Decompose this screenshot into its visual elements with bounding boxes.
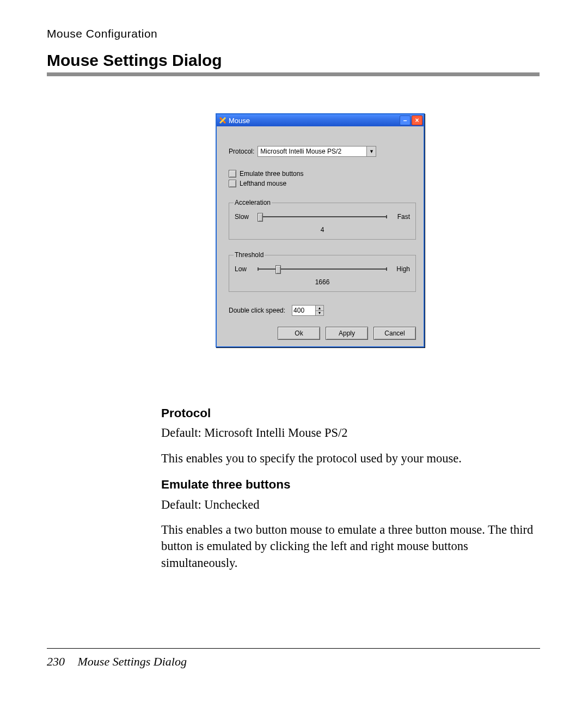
footer-rule	[47, 648, 540, 649]
cancel-button[interactable]: Cancel	[373, 327, 416, 340]
spin-up-icon[interactable]: ▲	[316, 306, 323, 311]
threshold-slider[interactable]	[258, 265, 387, 273]
apply-button[interactable]: Apply	[326, 327, 368, 340]
thresh-value: 1666	[235, 278, 410, 286]
dcs-input[interactable]	[292, 306, 315, 315]
chevron-down-icon[interactable]: ▼	[366, 147, 376, 156]
dcs-label: Double click speed:	[229, 307, 285, 314]
lefthand-row: Lefthand mouse	[229, 180, 416, 187]
dcs-spinner[interactable]: ▲ ▼	[292, 305, 324, 316]
acceleration-slider[interactable]	[258, 213, 387, 221]
acceleration-slider-row: Slow Fast	[235, 213, 410, 221]
mouse-dialog: Mouse – × Protocol: Microsoft Intelli Mo…	[216, 113, 425, 347]
acceleration-fieldset: Acceleration Slow Fast 4	[229, 203, 416, 240]
emulate-default: Default: Unchecked	[161, 497, 540, 513]
app-icon	[219, 117, 226, 124]
dialog-buttons: Ok Apply Cancel	[229, 327, 416, 340]
accel-fast-label: Fast	[391, 213, 410, 221]
minimize-button[interactable]: –	[400, 115, 411, 125]
emulate-desc: This enables a two button mouse to emula…	[161, 522, 540, 571]
dialog-body: Protocol: Microsoft Intelli Mouse PS/2 ▼…	[217, 126, 424, 346]
page-title: Mouse Settings Dialog	[47, 51, 222, 70]
protocol-value: Microsoft Intelli Mouse PS/2	[260, 148, 341, 155]
threshold-slider-row: Low High	[235, 265, 410, 273]
protocol-label: Protocol:	[229, 148, 254, 155]
close-button[interactable]: ×	[412, 115, 422, 125]
emulate-checkbox[interactable]	[229, 170, 236, 178]
protocol-select[interactable]: Microsoft Intelli Mouse PS/2 ▼	[258, 146, 376, 157]
protocol-heading: Protocol	[161, 405, 540, 422]
protocol-row: Protocol: Microsoft Intelli Mouse PS/2 ▼	[229, 146, 416, 157]
footer: 230 Mouse Settings Dialog	[47, 655, 187, 669]
breadcrumb: Mouse Configuration	[47, 27, 157, 40]
titlebar[interactable]: Mouse – ×	[217, 114, 424, 126]
threshold-legend: Threshold	[234, 251, 265, 259]
page-number: 230	[47, 655, 65, 668]
accel-value: 4	[235, 226, 410, 234]
acceleration-legend: Acceleration	[234, 199, 272, 206]
footer-title: Mouse Settings Dialog	[78, 655, 187, 668]
threshold-fieldset: Threshold Low High 1666	[229, 255, 416, 292]
emulate-row: Emulate three buttons	[229, 170, 416, 178]
ok-button[interactable]: Ok	[278, 327, 320, 340]
protocol-desc: This enables you to specify the protocol…	[161, 450, 540, 467]
doc-body: Protocol Default: Microsoft Intelli Mous…	[161, 405, 540, 580]
emulate-label: Emulate three buttons	[240, 170, 303, 178]
double-click-row: Double click speed: ▲ ▼	[229, 305, 416, 316]
window-title: Mouse	[229, 117, 400, 125]
protocol-default: Default: Microsoft Intelli Mouse PS/2	[161, 425, 540, 441]
accel-slow-label: Slow	[235, 213, 253, 221]
spin-down-icon[interactable]: ▼	[316, 311, 323, 316]
lefthand-label: Lefthand mouse	[240, 180, 286, 187]
emulate-heading: Emulate three buttons	[161, 477, 540, 493]
lefthand-checkbox[interactable]	[229, 180, 236, 187]
accel-thumb[interactable]	[258, 213, 263, 222]
thresh-high-label: High	[391, 265, 410, 273]
section-rule	[47, 72, 540, 76]
thresh-low-label: Low	[235, 265, 253, 273]
thresh-thumb[interactable]	[275, 265, 281, 274]
